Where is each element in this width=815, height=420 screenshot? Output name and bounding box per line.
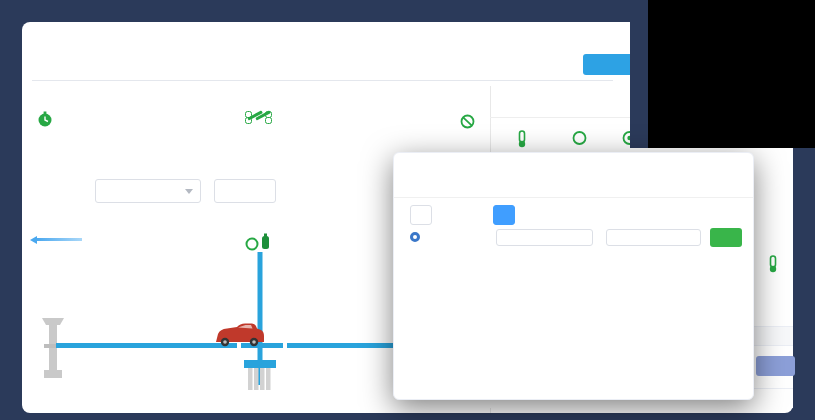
- tower-top-sensor-icons[interactable]: [247, 234, 270, 250]
- query-button[interactable]: [710, 228, 742, 247]
- tab-monitor-playback[interactable]: [493, 205, 515, 225]
- last-two-months-radio[interactable]: [410, 232, 420, 242]
- car: [216, 324, 264, 347]
- main-tabs: [32, 54, 613, 81]
- section-select-dropdown[interactable]: [95, 179, 201, 203]
- ban-sensor-icon[interactable]: [460, 114, 475, 129]
- joint-sensor-icon[interactable]: [244, 108, 274, 128]
- clock-sensor-icon[interactable]: [36, 110, 54, 128]
- enlarge-section-button[interactable]: [214, 179, 276, 203]
- black-overlay: [648, 0, 815, 148]
- query-start-time-input[interactable]: [496, 229, 593, 246]
- vibration-chart: [438, 265, 720, 371]
- realtime-curve-dialog: [393, 152, 754, 400]
- legend-temperature-item[interactable]: [752, 254, 793, 280]
- thermometer-icon: [766, 254, 780, 274]
- tab-realtime-curve[interactable]: [410, 205, 432, 225]
- bridge-deck-left: [56, 343, 237, 348]
- background-gap: [630, 22, 648, 148]
- query-end-time-input[interactable]: [606, 229, 701, 246]
- thermometer-icon: [515, 130, 529, 148]
- video-monitor-button[interactable]: [583, 54, 635, 75]
- dialog-header-divider: [394, 197, 753, 198]
- deck-stub: [44, 344, 58, 348]
- circle-legend-icon: [572, 130, 587, 146]
- compare-analysis-button[interactable]: [756, 356, 795, 376]
- chevron-down-icon: [185, 189, 193, 194]
- tower-pier: [244, 360, 276, 390]
